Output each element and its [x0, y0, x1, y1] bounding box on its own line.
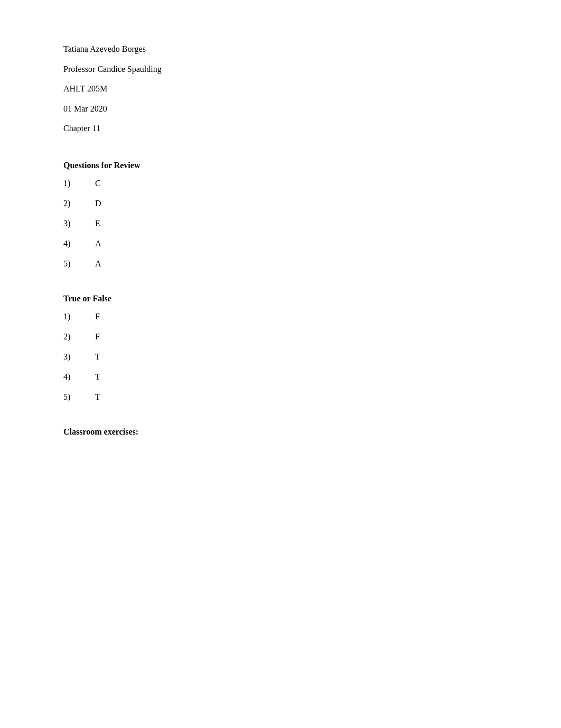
- professor-name: Professor Candice Spaulding: [63, 62, 498, 76]
- chapter: Chapter 11: [63, 122, 498, 135]
- header-info: Tatiana Azevedo Borges Professor Candice…: [63, 42, 498, 135]
- answer-number-true-or-false-4: 4): [63, 372, 95, 382]
- answer-value-questions-for-review-5: A: [95, 259, 101, 269]
- answer-number-questions-for-review-4: 4): [63, 239, 95, 248]
- list-item: 2)D: [63, 199, 498, 208]
- answer-value-questions-for-review-2: D: [95, 199, 101, 208]
- answer-number-true-or-false-1: 1): [63, 312, 95, 321]
- answer-list-questions-for-review: 1)C2)D3)E4)A5)A: [63, 179, 498, 269]
- answer-number-questions-for-review-1: 1): [63, 179, 95, 188]
- student-name: Tatiana Azevedo Borges: [63, 42, 498, 56]
- list-item: 3)T: [63, 352, 498, 362]
- answer-value-true-or-false-4: T: [95, 372, 100, 382]
- list-item: 4)A: [63, 239, 498, 248]
- answer-value-questions-for-review-1: C: [95, 179, 101, 188]
- section-title-true-or-false: True or False: [63, 294, 498, 303]
- answer-number-true-or-false-3: 3): [63, 352, 95, 362]
- answer-number-true-or-false-5: 5): [63, 392, 95, 402]
- answer-list-true-or-false: 1)F2)F3)T4)T5)T: [63, 312, 498, 402]
- section-questions-for-review: Questions for Review1)C2)D3)E4)A5)A: [63, 161, 498, 269]
- section-title-classroom-exercises: Classroom exercises:: [63, 427, 498, 437]
- answer-number-questions-for-review-2: 2): [63, 199, 95, 208]
- list-item: 4)T: [63, 372, 498, 382]
- course-code: AHLT 205M: [63, 82, 498, 96]
- answer-value-true-or-false-3: T: [95, 352, 100, 362]
- date: 01 Mar 2020: [63, 102, 498, 116]
- section-true-or-false: True or False1)F2)F3)T4)T5)T: [63, 294, 498, 402]
- section-title-questions-for-review: Questions for Review: [63, 161, 498, 170]
- answer-value-questions-for-review-4: A: [95, 239, 101, 248]
- sections-container: Questions for Review1)C2)D3)E4)A5)ATrue …: [63, 161, 498, 437]
- list-item: 2)F: [63, 332, 498, 342]
- list-item: 3)E: [63, 219, 498, 228]
- list-item: 5)A: [63, 259, 498, 269]
- answer-value-true-or-false-1: F: [95, 312, 100, 321]
- page: Tatiana Azevedo Borges Professor Candice…: [0, 0, 561, 728]
- section-classroom-exercises: Classroom exercises:: [63, 427, 498, 437]
- list-item: 1)C: [63, 179, 498, 188]
- answer-value-questions-for-review-3: E: [95, 219, 100, 228]
- answer-value-true-or-false-5: T: [95, 392, 100, 402]
- answer-number-questions-for-review-3: 3): [63, 219, 95, 228]
- answer-number-questions-for-review-5: 5): [63, 259, 95, 269]
- list-item: 1)F: [63, 312, 498, 321]
- list-item: 5)T: [63, 392, 498, 402]
- answer-number-true-or-false-2: 2): [63, 332, 95, 342]
- answer-value-true-or-false-2: F: [95, 332, 100, 342]
